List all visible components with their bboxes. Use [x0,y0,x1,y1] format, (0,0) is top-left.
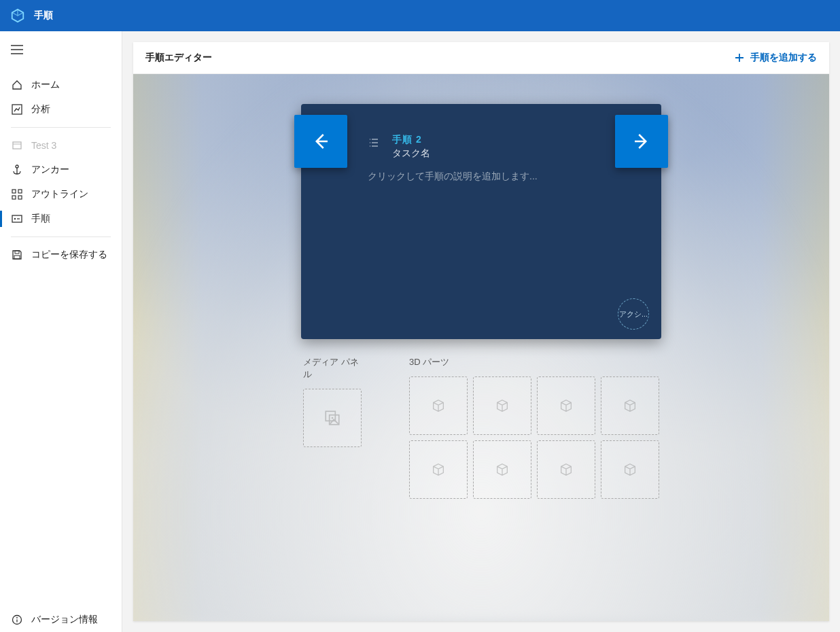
parts-panel-label: 3D パーツ [409,356,659,368]
chart-icon [11,103,23,116]
steps-icon [11,213,23,225]
part-slot[interactable] [473,376,531,435]
step-description-placeholder[interactable]: クリックして手順の説明を追加します... [301,160,661,183]
svg-rect-6 [18,196,22,199]
sidebar-item-outline[interactable]: アウトライン [0,182,122,207]
top-bar-title: 手順 [34,10,53,22]
plus-icon [734,52,745,63]
next-step-button[interactable] [615,115,668,168]
guide-icon [11,139,23,152]
content-area: 手順エディター 手順を追加する [122,31,840,632]
part-slot[interactable] [537,440,595,499]
divider [11,127,111,128]
sidebar-item-label: Test 3 [31,140,56,151]
svg-rect-3 [12,190,16,193]
info-icon [11,614,23,626]
sidebar-item-label: アンカー [31,164,69,176]
arrow-right-icon [631,131,652,152]
arrow-left-icon [311,131,331,152]
editor-title: 手順エディター [145,52,212,64]
svg-rect-1 [13,142,21,149]
cube-icon [495,398,510,413]
action-slot[interactable]: アクシ... [618,298,649,330]
svg-point-8 [14,218,16,220]
sidebar-item-steps[interactable]: 手順 [0,207,122,231]
part-slot[interactable] [473,440,531,499]
sidebar-item-analyze[interactable]: 分析 [0,97,122,122]
sidebar-item-label: 分析 [31,103,50,116]
prev-step-button[interactable] [294,115,347,168]
app-logo-icon [10,7,26,24]
part-slot[interactable] [409,376,468,435]
sidebar: ホーム 分析 Test 3 アンカー アウトライン 手順 コピーを保存する [0,31,122,632]
editor-panel: 手順エディター 手順を追加する [133,42,829,621]
cube-icon [623,462,637,477]
image-icon [323,409,341,427]
svg-rect-10 [14,256,20,259]
editor-canvas: 手順 2 タスク名 クリックして手順の説明を追加します... アクシ... メデ… [133,74,829,621]
top-bar: 手順 [0,0,840,31]
menu-toggle-button[interactable] [0,38,122,63]
sidebar-item-version[interactable]: バージョン情報 [0,608,122,632]
sidebar-item-label: バージョン情報 [31,614,98,626]
sidebar-item-anchor[interactable]: アンカー [0,158,122,182]
sidebar-item-save-copy[interactable]: コピーを保存する [0,243,122,267]
task-name[interactable]: タスク名 [392,147,430,160]
sidebar-item-label: アウトライン [31,188,88,200]
parts-panel: 3D パーツ [409,356,659,499]
cube-icon [431,462,446,477]
part-slot[interactable] [601,440,659,499]
sidebar-item-label: 手順 [31,213,50,225]
svg-rect-5 [12,196,16,199]
save-icon [11,249,23,261]
sidebar-item-label: コピーを保存する [31,249,107,261]
home-icon [11,79,23,91]
svg-point-12 [16,617,18,618]
anchor-icon [11,164,23,176]
media-panel-label: メディア パネル [303,356,362,381]
media-slot[interactable] [303,389,362,447]
part-slot[interactable] [537,376,595,435]
part-slot[interactable] [409,440,468,499]
add-step-button[interactable]: 手順を追加する [734,52,817,64]
svg-rect-4 [18,190,22,193]
cube-icon [495,462,510,477]
editor-header: 手順エディター 手順を追加する [133,42,829,74]
step-number: 手順 2 [392,134,430,146]
divider [11,236,111,237]
cube-icon [431,398,446,413]
part-slot[interactable] [601,376,659,435]
action-slot-label: アクシ... [619,309,648,319]
cube-icon [559,462,574,477]
svg-point-2 [16,165,18,168]
add-step-label: 手順を追加する [750,52,817,64]
list-icon [368,137,380,151]
media-panel: メディア パネル [303,356,362,499]
step-card[interactable]: 手順 2 タスク名 クリックして手順の説明を追加します... アクシ... [301,104,661,339]
sidebar-item-label: ホーム [31,79,60,91]
outline-icon [11,188,23,200]
cube-icon [623,398,637,413]
sidebar-item-guide[interactable]: Test 3 [0,133,122,158]
sidebar-item-home[interactable]: ホーム [0,73,122,97]
cube-icon [559,398,574,413]
svg-point-15 [332,417,334,419]
